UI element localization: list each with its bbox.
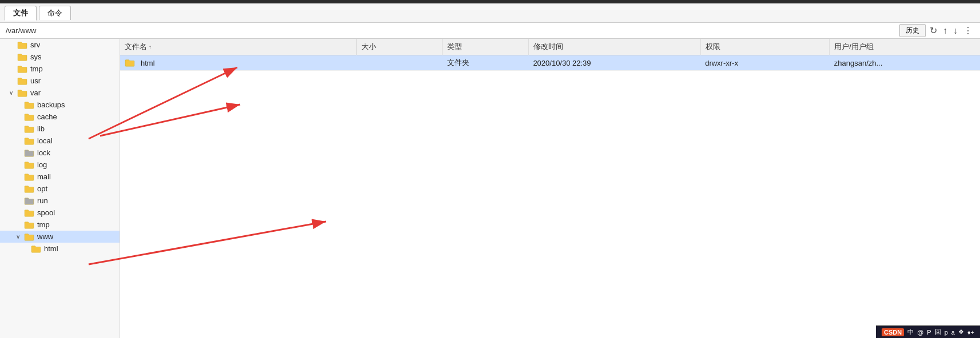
file-table: 文件名↑ 大小 类型 修改时间 权限 用户/用户组 html xyxy=(120,39,980,71)
file-date-cell: 2020/10/30 22:39 xyxy=(528,55,700,71)
file-pane: 文件名↑ 大小 类型 修改时间 权限 用户/用户组 html xyxy=(120,39,980,338)
file-name-cell: html xyxy=(120,55,357,71)
sidebar-label: local xyxy=(37,136,53,145)
toggle-arrow: ∨ xyxy=(9,90,16,96)
more-button[interactable]: ⋮ xyxy=(962,25,974,36)
folder-icon xyxy=(17,41,27,49)
sidebar-label: usr xyxy=(30,77,41,85)
col-header-size[interactable]: 大小 xyxy=(357,39,443,55)
folder-icon xyxy=(24,185,34,193)
tab-file[interactable]: 文件 xyxy=(5,6,37,21)
folder-icon xyxy=(24,173,34,181)
csdn-logo: CSDN xyxy=(882,328,904,336)
folder-icon xyxy=(24,101,34,109)
bottom-icon-1: 中 xyxy=(907,328,914,336)
bottom-icon-7: ❖ xyxy=(958,328,964,336)
folder-icon xyxy=(17,53,27,61)
address-bar: /var/www 历史 ↻ ↑ ↓ ⋮ xyxy=(0,23,980,39)
folder-icon xyxy=(31,245,41,253)
sidebar-item-local[interactable]: local xyxy=(0,135,119,147)
sidebar-item-log[interactable]: log xyxy=(0,159,119,171)
bottom-icon-3: P xyxy=(927,329,931,336)
col-header-name[interactable]: 文件名↑ xyxy=(120,39,357,55)
bottom-icon-6: a xyxy=(951,329,955,336)
sidebar-label: srv xyxy=(30,41,40,49)
folder-icon xyxy=(24,161,34,169)
sidebar-item-opt[interactable]: opt xyxy=(0,183,119,195)
sidebar-label: log xyxy=(37,160,47,169)
bottom-bar: CSDN 中 @ P 回 p a ❖ ♦+ xyxy=(876,325,980,338)
folder-icon xyxy=(24,221,34,229)
col-header-date[interactable]: 修改时间 xyxy=(528,39,700,55)
sidebar-label: tmp xyxy=(30,65,43,73)
file-type-cell: 文件夹 xyxy=(443,55,528,71)
sidebar: srv sys tmp usr∨ var backups cache lib l… xyxy=(0,39,120,338)
toggle-arrow: ∨ xyxy=(16,234,23,240)
sidebar-item-tmp2[interactable]: tmp xyxy=(0,219,119,231)
bottom-icon-2: @ xyxy=(917,329,923,336)
file-size-cell xyxy=(357,55,443,71)
sidebar-item-www[interactable]: ∨ www xyxy=(0,231,119,243)
sidebar-item-cache[interactable]: cache xyxy=(0,111,119,123)
sidebar-label: lock xyxy=(37,148,50,157)
folder-icon xyxy=(24,149,34,157)
col-header-perm[interactable]: 权限 xyxy=(700,39,830,55)
sidebar-label: opt xyxy=(37,184,47,193)
sidebar-label: run xyxy=(37,196,48,205)
table-row[interactable]: html 文件夹 2020/10/30 22:39 drwxr-xr-x zha… xyxy=(120,55,980,71)
file-perm-cell: drwxr-xr-x xyxy=(700,55,830,71)
folder-icon xyxy=(17,77,27,85)
col-header-type[interactable]: 类型 xyxy=(443,39,528,55)
bottom-icon-4: 回 xyxy=(935,328,941,336)
history-button[interactable]: 历史 xyxy=(899,24,926,37)
sidebar-label: tmp xyxy=(37,220,50,229)
sidebar-label: lib xyxy=(37,124,45,133)
download-button[interactable]: ↓ xyxy=(951,26,959,36)
sidebar-item-lock[interactable]: lock xyxy=(0,147,119,159)
folder-icon xyxy=(24,233,34,241)
sidebar-item-usr[interactable]: usr xyxy=(0,75,119,87)
sidebar-item-spool[interactable]: spool xyxy=(0,207,119,219)
sidebar-label: var xyxy=(30,88,41,97)
tab-cmd[interactable]: 命令 xyxy=(39,6,71,20)
address-actions: 历史 ↻ ↑ ↓ ⋮ xyxy=(899,24,974,37)
sidebar-item-lib[interactable]: lib xyxy=(0,123,119,135)
sidebar-label: www xyxy=(37,232,53,241)
sidebar-label: mail xyxy=(37,172,51,181)
folder-icon xyxy=(24,113,34,121)
file-user-cell: zhangsan/zh... xyxy=(830,55,980,71)
sidebar-item-mail[interactable]: mail xyxy=(0,171,119,183)
folder-icon xyxy=(17,65,27,73)
sidebar-label: sys xyxy=(30,53,42,61)
bottom-icon-8: ♦+ xyxy=(967,329,974,336)
toolbar: 文件 命令 xyxy=(0,3,980,23)
file-name: html xyxy=(141,59,155,67)
sidebar-label: spool xyxy=(37,208,55,217)
sidebar-item-srv[interactable]: srv xyxy=(0,39,119,51)
col-header-user[interactable]: 用户/用户组 xyxy=(830,39,980,55)
sidebar-item-backups[interactable]: backups xyxy=(0,99,119,111)
main-container: srv sys tmp usr∨ var backups cache lib l… xyxy=(0,39,980,338)
folder-icon xyxy=(24,197,34,205)
address-path: /var/www xyxy=(6,26,36,35)
sidebar-item-html[interactable]: html xyxy=(0,243,119,255)
upload-button[interactable]: ↑ xyxy=(941,26,949,36)
sidebar-label: backups xyxy=(37,100,65,109)
sidebar-item-run[interactable]: run xyxy=(0,195,119,207)
sidebar-label: cache xyxy=(37,112,57,121)
sidebar-item-var[interactable]: ∨ var xyxy=(0,87,119,99)
folder-icon xyxy=(24,209,34,217)
bottom-icon-5: p xyxy=(945,329,948,336)
folder-icon xyxy=(24,125,34,133)
folder-icon xyxy=(24,137,34,145)
sidebar-item-sys[interactable]: sys xyxy=(0,51,119,63)
refresh-button[interactable]: ↻ xyxy=(928,25,939,36)
sidebar-label: html xyxy=(44,244,58,253)
folder-icon xyxy=(125,59,135,67)
folder-icon xyxy=(17,89,27,97)
sidebar-item-tmp[interactable]: tmp xyxy=(0,63,119,75)
